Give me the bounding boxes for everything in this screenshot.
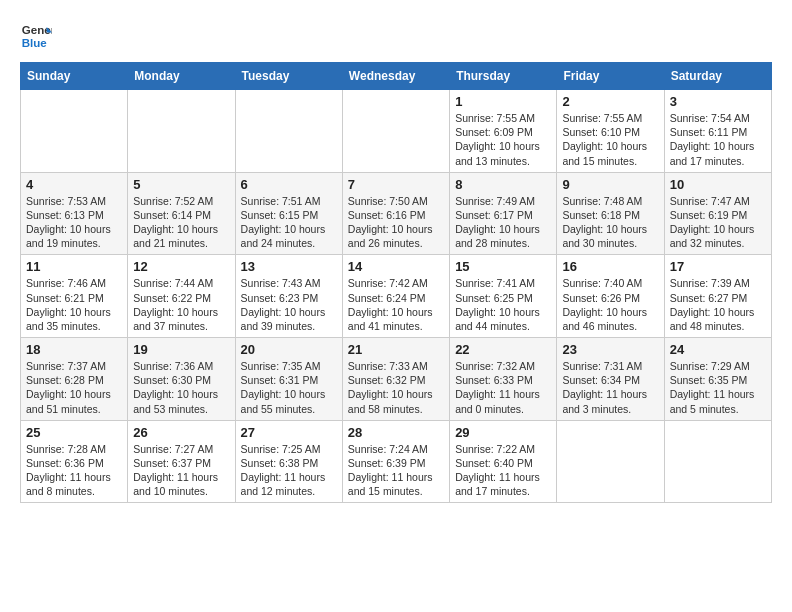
day-info: Sunrise: 7:42 AM Sunset: 6:24 PM Dayligh… xyxy=(348,276,444,333)
day-number: 1 xyxy=(455,94,551,109)
calendar-week-2: 4Sunrise: 7:53 AM Sunset: 6:13 PM Daylig… xyxy=(21,172,772,255)
logo-icon: General Blue xyxy=(20,20,52,52)
day-info: Sunrise: 7:22 AM Sunset: 6:40 PM Dayligh… xyxy=(455,442,551,499)
day-number: 12 xyxy=(133,259,229,274)
day-info: Sunrise: 7:55 AM Sunset: 6:09 PM Dayligh… xyxy=(455,111,551,168)
day-info: Sunrise: 7:52 AM Sunset: 6:14 PM Dayligh… xyxy=(133,194,229,251)
day-info: Sunrise: 7:50 AM Sunset: 6:16 PM Dayligh… xyxy=(348,194,444,251)
day-number: 25 xyxy=(26,425,122,440)
day-info: Sunrise: 7:31 AM Sunset: 6:34 PM Dayligh… xyxy=(562,359,658,416)
day-number: 17 xyxy=(670,259,766,274)
calendar-cell: 6Sunrise: 7:51 AM Sunset: 6:15 PM Daylig… xyxy=(235,172,342,255)
day-number: 13 xyxy=(241,259,337,274)
day-number: 4 xyxy=(26,177,122,192)
calendar-cell: 27Sunrise: 7:25 AM Sunset: 6:38 PM Dayli… xyxy=(235,420,342,503)
day-number: 23 xyxy=(562,342,658,357)
day-info: Sunrise: 7:51 AM Sunset: 6:15 PM Dayligh… xyxy=(241,194,337,251)
day-number: 2 xyxy=(562,94,658,109)
calendar-cell: 5Sunrise: 7:52 AM Sunset: 6:14 PM Daylig… xyxy=(128,172,235,255)
day-number: 20 xyxy=(241,342,337,357)
calendar-cell xyxy=(235,90,342,173)
calendar-cell xyxy=(342,90,449,173)
page-header: General Blue xyxy=(20,20,772,52)
day-info: Sunrise: 7:29 AM Sunset: 6:35 PM Dayligh… xyxy=(670,359,766,416)
calendar-cell: 10Sunrise: 7:47 AM Sunset: 6:19 PM Dayli… xyxy=(664,172,771,255)
day-number: 7 xyxy=(348,177,444,192)
day-info: Sunrise: 7:32 AM Sunset: 6:33 PM Dayligh… xyxy=(455,359,551,416)
weekday-header-sunday: Sunday xyxy=(21,63,128,90)
day-number: 21 xyxy=(348,342,444,357)
weekday-header-monday: Monday xyxy=(128,63,235,90)
day-number: 18 xyxy=(26,342,122,357)
calendar-cell: 14Sunrise: 7:42 AM Sunset: 6:24 PM Dayli… xyxy=(342,255,449,338)
weekday-header-wednesday: Wednesday xyxy=(342,63,449,90)
calendar-cell: 2Sunrise: 7:55 AM Sunset: 6:10 PM Daylig… xyxy=(557,90,664,173)
calendar-week-1: 1Sunrise: 7:55 AM Sunset: 6:09 PM Daylig… xyxy=(21,90,772,173)
calendar-body: 1Sunrise: 7:55 AM Sunset: 6:09 PM Daylig… xyxy=(21,90,772,503)
day-info: Sunrise: 7:33 AM Sunset: 6:32 PM Dayligh… xyxy=(348,359,444,416)
calendar-cell: 17Sunrise: 7:39 AM Sunset: 6:27 PM Dayli… xyxy=(664,255,771,338)
day-number: 14 xyxy=(348,259,444,274)
calendar-cell: 12Sunrise: 7:44 AM Sunset: 6:22 PM Dayli… xyxy=(128,255,235,338)
calendar-cell: 29Sunrise: 7:22 AM Sunset: 6:40 PM Dayli… xyxy=(450,420,557,503)
day-number: 6 xyxy=(241,177,337,192)
day-info: Sunrise: 7:27 AM Sunset: 6:37 PM Dayligh… xyxy=(133,442,229,499)
day-info: Sunrise: 7:48 AM Sunset: 6:18 PM Dayligh… xyxy=(562,194,658,251)
day-number: 11 xyxy=(26,259,122,274)
day-info: Sunrise: 7:35 AM Sunset: 6:31 PM Dayligh… xyxy=(241,359,337,416)
calendar-cell: 3Sunrise: 7:54 AM Sunset: 6:11 PM Daylig… xyxy=(664,90,771,173)
calendar-cell: 22Sunrise: 7:32 AM Sunset: 6:33 PM Dayli… xyxy=(450,338,557,421)
calendar-cell: 20Sunrise: 7:35 AM Sunset: 6:31 PM Dayli… xyxy=(235,338,342,421)
calendar-week-4: 18Sunrise: 7:37 AM Sunset: 6:28 PM Dayli… xyxy=(21,338,772,421)
calendar-cell: 11Sunrise: 7:46 AM Sunset: 6:21 PM Dayli… xyxy=(21,255,128,338)
day-number: 10 xyxy=(670,177,766,192)
calendar-cell: 18Sunrise: 7:37 AM Sunset: 6:28 PM Dayli… xyxy=(21,338,128,421)
day-number: 15 xyxy=(455,259,551,274)
logo: General Blue xyxy=(20,20,52,52)
calendar-cell: 19Sunrise: 7:36 AM Sunset: 6:30 PM Dayli… xyxy=(128,338,235,421)
calendar-cell xyxy=(21,90,128,173)
calendar-table: SundayMondayTuesdayWednesdayThursdayFrid… xyxy=(20,62,772,503)
svg-text:Blue: Blue xyxy=(22,37,48,49)
day-info: Sunrise: 7:41 AM Sunset: 6:25 PM Dayligh… xyxy=(455,276,551,333)
calendar-cell: 28Sunrise: 7:24 AM Sunset: 6:39 PM Dayli… xyxy=(342,420,449,503)
day-number: 22 xyxy=(455,342,551,357)
day-number: 26 xyxy=(133,425,229,440)
day-info: Sunrise: 7:37 AM Sunset: 6:28 PM Dayligh… xyxy=(26,359,122,416)
weekday-header-tuesday: Tuesday xyxy=(235,63,342,90)
day-number: 8 xyxy=(455,177,551,192)
weekday-header-friday: Friday xyxy=(557,63,664,90)
calendar-cell: 26Sunrise: 7:27 AM Sunset: 6:37 PM Dayli… xyxy=(128,420,235,503)
day-number: 29 xyxy=(455,425,551,440)
calendar-cell: 24Sunrise: 7:29 AM Sunset: 6:35 PM Dayli… xyxy=(664,338,771,421)
calendar-cell: 15Sunrise: 7:41 AM Sunset: 6:25 PM Dayli… xyxy=(450,255,557,338)
calendar-cell: 13Sunrise: 7:43 AM Sunset: 6:23 PM Dayli… xyxy=(235,255,342,338)
day-info: Sunrise: 7:46 AM Sunset: 6:21 PM Dayligh… xyxy=(26,276,122,333)
calendar-cell xyxy=(128,90,235,173)
calendar-cell: 16Sunrise: 7:40 AM Sunset: 6:26 PM Dayli… xyxy=(557,255,664,338)
calendar-week-3: 11Sunrise: 7:46 AM Sunset: 6:21 PM Dayli… xyxy=(21,255,772,338)
day-info: Sunrise: 7:36 AM Sunset: 6:30 PM Dayligh… xyxy=(133,359,229,416)
day-info: Sunrise: 7:55 AM Sunset: 6:10 PM Dayligh… xyxy=(562,111,658,168)
day-info: Sunrise: 7:28 AM Sunset: 6:36 PM Dayligh… xyxy=(26,442,122,499)
day-info: Sunrise: 7:40 AM Sunset: 6:26 PM Dayligh… xyxy=(562,276,658,333)
day-info: Sunrise: 7:54 AM Sunset: 6:11 PM Dayligh… xyxy=(670,111,766,168)
day-number: 28 xyxy=(348,425,444,440)
day-number: 9 xyxy=(562,177,658,192)
day-info: Sunrise: 7:39 AM Sunset: 6:27 PM Dayligh… xyxy=(670,276,766,333)
calendar-cell: 25Sunrise: 7:28 AM Sunset: 6:36 PM Dayli… xyxy=(21,420,128,503)
day-info: Sunrise: 7:49 AM Sunset: 6:17 PM Dayligh… xyxy=(455,194,551,251)
calendar-week-5: 25Sunrise: 7:28 AM Sunset: 6:36 PM Dayli… xyxy=(21,420,772,503)
day-info: Sunrise: 7:53 AM Sunset: 6:13 PM Dayligh… xyxy=(26,194,122,251)
calendar-cell: 9Sunrise: 7:48 AM Sunset: 6:18 PM Daylig… xyxy=(557,172,664,255)
weekday-header-saturday: Saturday xyxy=(664,63,771,90)
day-info: Sunrise: 7:25 AM Sunset: 6:38 PM Dayligh… xyxy=(241,442,337,499)
calendar-cell: 7Sunrise: 7:50 AM Sunset: 6:16 PM Daylig… xyxy=(342,172,449,255)
weekday-header-row: SundayMondayTuesdayWednesdayThursdayFrid… xyxy=(21,63,772,90)
calendar-cell: 4Sunrise: 7:53 AM Sunset: 6:13 PM Daylig… xyxy=(21,172,128,255)
calendar-cell: 1Sunrise: 7:55 AM Sunset: 6:09 PM Daylig… xyxy=(450,90,557,173)
day-number: 24 xyxy=(670,342,766,357)
day-info: Sunrise: 7:24 AM Sunset: 6:39 PM Dayligh… xyxy=(348,442,444,499)
calendar-cell: 21Sunrise: 7:33 AM Sunset: 6:32 PM Dayli… xyxy=(342,338,449,421)
calendar-cell: 23Sunrise: 7:31 AM Sunset: 6:34 PM Dayli… xyxy=(557,338,664,421)
